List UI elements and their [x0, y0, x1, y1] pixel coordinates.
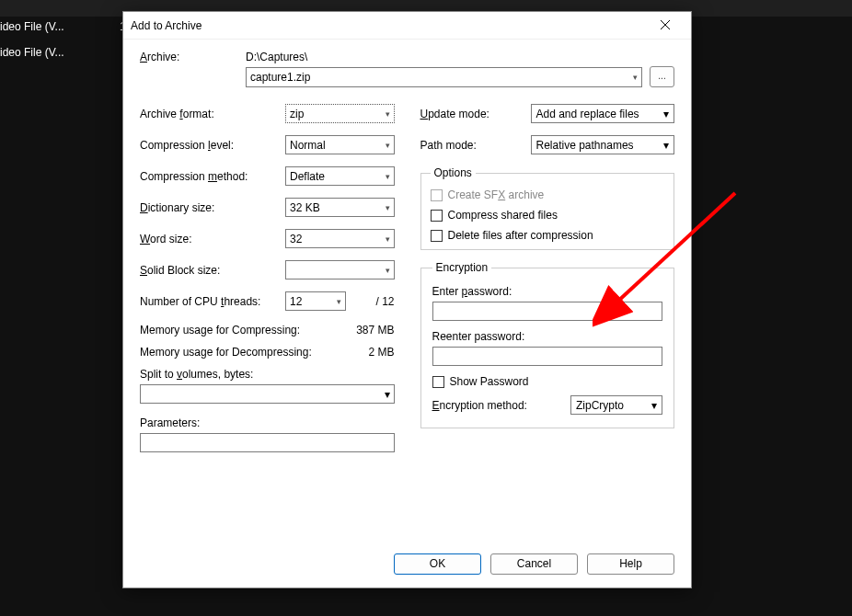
mem-compress-label: Memory usage for Compressing:: [140, 324, 300, 337]
help-button[interactable]: Help: [587, 553, 674, 575]
encryption-legend: Encryption: [432, 261, 492, 274]
dialog-title: Add to Archive: [131, 19, 647, 32]
chevron-down-icon: ▾: [386, 266, 390, 275]
compress-shared-label: Compress shared files: [448, 209, 558, 222]
options-group: Options Create SFX archive Compress shar…: [420, 166, 675, 250]
encryption-method-combo[interactable]: ZipCrypto ▾: [570, 395, 662, 415]
left-column: Archive format: zip ▾ Compression level:…: [140, 104, 395, 452]
options-legend: Options: [431, 166, 476, 179]
compression-method-label: Compression method:: [140, 170, 285, 183]
cancel-button[interactable]: Cancel: [490, 553, 578, 575]
parameters-label: Parameters:: [140, 416, 395, 429]
dictionary-size-label: Dictionary size:: [140, 201, 285, 214]
chevron-down-icon: ▾: [651, 399, 657, 412]
word-size-combo[interactable]: 32 ▾: [285, 229, 395, 248]
sfx-checkbox: [431, 189, 443, 201]
chevron-down-icon: ▾: [386, 141, 390, 150]
chevron-down-icon: ▾: [386, 203, 390, 212]
solid-block-label: Solid Block size:: [140, 264, 285, 277]
archive-filename-combo[interactable]: capture1.zip ▾: [246, 67, 642, 87]
threads-label: Number of CPU threads:: [140, 295, 285, 308]
path-mode-combo[interactable]: Relative pathnames ▾: [531, 135, 675, 154]
threads-combo[interactable]: 12 ▾: [285, 291, 346, 311]
ok-button[interactable]: OK: [394, 553, 481, 575]
parameters-input[interactable]: [140, 433, 395, 452]
browse-button[interactable]: ...: [650, 66, 674, 87]
mem-compress-value: 387 MB: [356, 324, 394, 337]
split-volumes-combo[interactable]: ▾: [140, 384, 395, 404]
archive-filename-value: capture1.zip: [250, 71, 310, 84]
reenter-password-label: Reenter password:: [432, 330, 663, 343]
right-column: Update mode: Add and replace files ▾ Pat…: [420, 104, 675, 452]
reenter-password-input[interactable]: [432, 347, 663, 366]
chevron-down-icon: ▾: [386, 234, 390, 244]
chevron-down-icon: ▾: [386, 109, 390, 119]
show-password-label: Show Password: [450, 375, 529, 388]
file-row[interactable]: ideo File (V... 31: [0, 44, 141, 61]
dictionary-size-combo[interactable]: 32 KB ▾: [285, 198, 395, 217]
archive-format-label: Archive format:: [140, 108, 285, 120]
chevron-down-icon: ▾: [386, 172, 390, 181]
mem-decompress-label: Memory usage for Decompressing:: [140, 346, 312, 359]
threads-max: / 12: [375, 295, 394, 308]
chevron-down-icon: ▾: [663, 139, 669, 152]
word-size-label: Word size:: [140, 233, 285, 245]
encryption-group: Encryption Enter password: Reenter passw…: [420, 261, 675, 428]
chevron-down-icon: ▾: [385, 388, 390, 401]
file-name: ideo File (V...: [0, 46, 101, 59]
close-button[interactable]: [647, 13, 684, 39]
chevron-down-icon: ▾: [663, 108, 669, 120]
delete-after-label: Delete files after compression: [448, 229, 593, 242]
show-password-checkbox[interactable]: [432, 376, 444, 388]
compress-shared-checkbox[interactable]: [431, 210, 443, 222]
chevron-down-icon: ▾: [633, 73, 638, 82]
file-row[interactable]: ideo File (V... 1,18: [0, 18, 141, 35]
compression-level-label: Compression level:: [140, 139, 285, 152]
compression-method-combo[interactable]: Deflate ▾: [285, 166, 395, 186]
solid-block-combo[interactable]: ▾: [285, 260, 395, 279]
close-icon: [661, 20, 670, 29]
file-name: ideo File (V...: [0, 20, 101, 33]
add-to-archive-dialog: Add to Archive Archive: D:\Captures\ cap…: [122, 11, 692, 588]
mem-decompress-value: 2 MB: [368, 346, 394, 359]
delete-after-checkbox[interactable]: [431, 230, 443, 242]
split-volumes-label: Split to volumes, bytes:: [140, 368, 395, 381]
archive-label: Archive:: [140, 51, 246, 63]
encryption-method-label: Encryption method:: [432, 399, 571, 412]
sfx-label: Create SFX archive: [448, 188, 545, 201]
chevron-down-icon: ▾: [337, 297, 341, 306]
titlebar[interactable]: Add to Archive: [123, 12, 691, 40]
archive-format-combo[interactable]: zip ▾: [285, 104, 395, 123]
path-mode-label: Path mode:: [420, 139, 531, 152]
enter-password-input[interactable]: [432, 302, 663, 321]
archive-path-text: D:\Captures\: [246, 51, 674, 63]
update-mode-label: Update mode:: [420, 108, 531, 120]
compression-level-combo[interactable]: Normal ▾: [285, 135, 395, 154]
update-mode-combo[interactable]: Add and replace files ▾: [531, 104, 675, 123]
enter-password-label: Enter password:: [432, 285, 663, 298]
